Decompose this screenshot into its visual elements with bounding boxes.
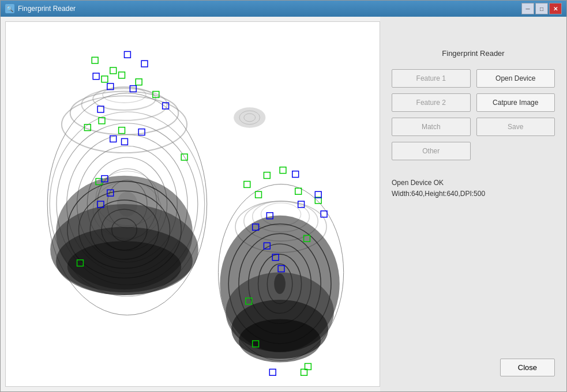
window-title: Fingerprint Reader <box>18 5 521 13</box>
feature1-button[interactable]: Feature 1 <box>392 69 471 88</box>
open-device-button[interactable]: Open Device <box>476 69 555 88</box>
svg-point-68 <box>239 319 321 362</box>
button-grid: Feature 1 Open Device Feature 2 Catpure … <box>392 69 555 160</box>
fingerprint-canvas-area <box>5 21 380 387</box>
title-bar: 🔍 Fingerprint Reader ─ □ ✕ <box>1 1 566 17</box>
close-window-button[interactable]: ✕ <box>549 3 562 14</box>
main-window: 🔍 Fingerprint Reader ─ □ ✕ <box>0 0 567 392</box>
window-body: Fingerprint Reader Feature 1 Open Device… <box>1 17 566 391</box>
status-line2: Width:640,Height:640,DPI:500 <box>392 189 555 199</box>
status-line1: Open Device OK <box>392 178 555 189</box>
save-button[interactable]: Save <box>476 118 555 136</box>
maximize-button[interactable]: □ <box>535 3 548 14</box>
window-controls: ─ □ ✕ <box>521 3 562 14</box>
window-icon: 🔍 <box>5 4 14 13</box>
svg-point-20 <box>67 241 182 292</box>
other-button[interactable]: Other <box>392 142 471 160</box>
sidebar: Fingerprint Reader Feature 1 Open Device… <box>380 17 566 391</box>
capture-image-button[interactable]: Catpure Image <box>476 93 555 112</box>
minimize-button[interactable]: ─ <box>521 3 534 14</box>
feature2-button[interactable]: Feature 2 <box>392 93 471 112</box>
status-area: Open Device OK Width:640,Height:640,DPI:… <box>392 178 555 353</box>
svg-point-51 <box>234 107 265 128</box>
close-button-area: Close <box>392 359 555 382</box>
sidebar-title: Fingerprint Reader <box>392 49 555 58</box>
match-button[interactable]: Match <box>392 118 471 136</box>
close-button[interactable]: Close <box>500 359 555 376</box>
